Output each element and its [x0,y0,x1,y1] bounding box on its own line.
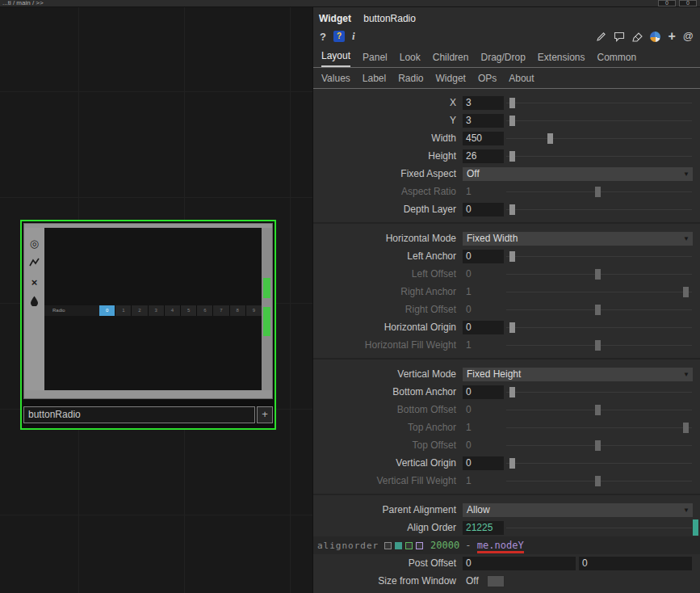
tab-page-widget[interactable]: Widget [436,69,466,88]
radio-cell-6[interactable]: 6 [197,305,212,316]
scrollbar-segment[interactable] [263,307,270,336]
radio-cell-0[interactable]: 0 [99,305,115,316]
param-field-left-anchor[interactable]: 0 [463,250,504,263]
op-name[interactable]: buttonRadio [363,13,416,24]
param-slider-vertical-origin[interactable] [506,456,692,470]
slider-handle[interactable] [509,322,515,333]
tab-page-about[interactable]: About [509,69,534,88]
radio-cell-4[interactable]: 4 [165,305,180,316]
target-icon[interactable]: ◎ [30,238,39,250]
breadcrumb[interactable]: ...ti / main / >> [2,0,44,6]
param-slider-bottom-offset[interactable] [506,403,692,417]
tab-common[interactable]: Common [597,48,637,67]
topbar-button-1[interactable]: 0 [679,0,697,6]
info-icon[interactable]: i [352,30,355,43]
close-icon[interactable]: × [31,276,38,288]
param-slider-bottom-anchor[interactable] [506,385,692,399]
help-icon[interactable]: ? [320,31,326,43]
curve-icon[interactable] [29,257,40,269]
param-field-align-order[interactable]: 21225 [463,521,504,535]
param-slider-top-anchor[interactable] [506,421,692,435]
tab-layout[interactable]: Layout [321,46,350,67]
slider-handle[interactable] [509,151,515,162]
droplet-icon[interactable] [30,296,39,308]
edit-icon[interactable] [596,32,606,42]
param-dropdown-vertical-mode[interactable]: Fixed Height▼ [463,368,693,381]
tab-extensions[interactable]: Extensions [538,48,585,67]
toggle-button[interactable] [487,575,505,587]
radio-cell-9[interactable]: 9 [246,305,262,316]
slider-handle[interactable] [683,287,689,297]
language-ball-icon[interactable] [650,32,660,42]
slider-handle[interactable] [509,387,515,397]
radio-cell-1[interactable]: 1 [115,305,131,316]
param-slider-horizontal-fill-weight[interactable] [506,339,692,352]
param-slider-x[interactable] [506,96,692,110]
tab-page-values[interactable]: Values [321,69,350,88]
slider-handle[interactable] [595,476,601,486]
param-slider-left-anchor[interactable] [506,250,692,263]
radio-cell-3[interactable]: 3 [149,305,164,316]
network-editor[interactable]: ◎ × Radio 0123456789 butt [0,7,312,593]
param-slider-vertical-fill-weight[interactable] [506,474,692,488]
tab-page-ops[interactable]: OPs [478,69,497,88]
param-field-y[interactable]: 3 [463,114,504,128]
bind-mode-icon[interactable] [416,542,423,549]
param-field-post-offset-1[interactable]: 0 [579,557,692,570]
param-field-vertical-origin[interactable]: 0 [463,456,504,470]
tab-panel[interactable]: Panel [363,48,388,67]
topbar-button-0[interactable]: 0 [658,0,676,6]
radio-cell-2[interactable]: 2 [132,305,147,316]
radio-cell-8[interactable]: 8 [230,305,245,316]
param-slider-width[interactable] [506,132,692,145]
slider-handle[interactable] [509,458,515,469]
add-icon[interactable]: + [668,31,675,42]
param-slider-left-offset[interactable] [506,267,692,281]
param-field-x[interactable]: 3 [463,96,504,110]
tab-look[interactable]: Look [400,48,421,67]
slider-handle[interactable] [509,98,515,108]
slider-handle[interactable] [595,405,601,415]
selected-node-buttonradio[interactable]: ◎ × Radio 0123456789 butt [20,220,276,430]
slider-handle[interactable] [595,440,601,451]
tab-children[interactable]: Children [433,48,469,67]
param-field-width[interactable]: 450 [463,132,504,145]
export-mode-icon[interactable] [405,542,413,549]
param-slider-aspect-ratio[interactable] [506,185,692,199]
slider-handle[interactable] [509,251,515,262]
eraser-icon[interactable] [632,32,643,42]
param-field-horizontal-origin[interactable]: 0 [463,321,504,334]
param-dropdown-fixed-aspect[interactable]: Off▼ [463,167,693,181]
slider-handle[interactable] [509,116,515,126]
comment-icon[interactable] [614,32,625,42]
param-field-bottom-anchor[interactable]: 0 [463,385,504,399]
node-name-field[interactable]: buttonRadio [23,406,255,423]
param-slider-depth-layer[interactable] [506,203,692,217]
param-slider-align-order[interactable] [506,521,692,535]
slider-handle[interactable] [595,305,601,315]
slider-handle[interactable] [595,269,601,280]
param-slider-horizontal-origin[interactable] [506,321,692,334]
slider-handle[interactable] [595,340,601,351]
slider-handle[interactable] [595,187,601,197]
param-slider-right-offset[interactable] [506,303,692,317]
slider-handle[interactable] [683,423,689,433]
expression-text[interactable]: 20000 - me.nodeY [430,540,524,551]
expression-mode-icon[interactable] [395,542,402,549]
param-slider-y[interactable] [506,114,692,128]
constant-mode-icon[interactable] [384,542,392,549]
param-slider-height[interactable] [506,149,692,163]
tab-page-radio[interactable]: Radio [398,69,423,88]
param-slider-top-offset[interactable] [506,439,692,452]
slider-handle[interactable] [509,204,515,215]
param-dropdown-parent-alignment[interactable]: Allow▼ [463,503,693,517]
param-slider-right-anchor[interactable] [506,285,692,299]
radio-cell-7[interactable]: 7 [213,305,228,316]
radio-cell-5[interactable]: 5 [181,305,196,316]
viewer-scrollbar[interactable] [262,228,272,390]
param-field-depth-layer[interactable]: 0 [463,203,504,217]
scrollbar-segment[interactable] [263,278,270,298]
param-field-post-offset-0[interactable]: 0 [463,557,576,570]
python-help-icon[interactable]: ? [333,31,345,42]
param-field-height[interactable]: 26 [463,149,504,163]
